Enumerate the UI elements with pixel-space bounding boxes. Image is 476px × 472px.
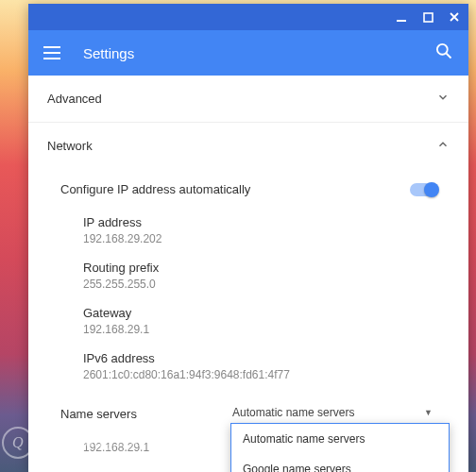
dropdown-option-automatic[interactable]: Automatic name servers [231, 424, 449, 454]
ipv6-label: IPv6 address [83, 351, 450, 365]
chevron-up-icon [436, 138, 450, 154]
ipv6-value: 2601:1c0:cd80:16a1:94f3:9648:fd61:4f77 [83, 368, 450, 381]
dropdown-option-google[interactable]: Google name servers [231, 454, 449, 472]
section-advanced-header[interactable]: Advanced [28, 76, 468, 122]
menu-icon[interactable] [43, 42, 66, 64]
section-network-header[interactable]: Network [28, 123, 468, 169]
search-icon[interactable] [434, 42, 453, 64]
name-servers-dropdown: Automatic name servers Google name serve… [230, 423, 450, 472]
window-titlebar [28, 4, 468, 30]
configure-ip-auto-label: Configure IP address automatically [60, 182, 250, 196]
routing-prefix-field: Routing prefix 255.255.255.0 [47, 255, 450, 300]
settings-window: Settings Advanced Network [28, 4, 468, 472]
name-servers-selected: Automatic name servers [232, 406, 354, 419]
svg-point-2 [437, 44, 448, 55]
dropdown-triangle-icon: ▼ [424, 408, 433, 417]
svg-rect-1 [424, 13, 433, 22]
minimize-button[interactable] [395, 10, 408, 24]
chevron-down-icon [436, 91, 450, 107]
configure-ip-auto-row: Configure IP address automatically [47, 173, 450, 210]
page-title: Settings [83, 45, 434, 61]
maximize-button[interactable] [421, 10, 434, 24]
section-network-label: Network [47, 139, 93, 153]
name-servers-label: Name servers [60, 407, 230, 421]
network-body: Configure IP address automatically IP ad… [28, 169, 468, 472]
ip-address-value: 192.168.29.202 [83, 232, 450, 245]
gateway-field: Gateway 192.168.29.1 [47, 300, 450, 346]
section-advanced: Advanced [28, 76, 468, 123]
gateway-value: 192.168.29.1 [83, 323, 450, 336]
routing-prefix-value: 255.255.255.0 [83, 278, 450, 291]
gateway-label: Gateway [83, 306, 450, 320]
app-header: Settings [28, 30, 468, 76]
svg-rect-0 [397, 20, 406, 22]
svg-line-3 [447, 54, 451, 59]
configure-ip-auto-toggle[interactable] [410, 183, 438, 196]
ip-address-label: IP address [83, 215, 450, 229]
ipv6-field: IPv6 address 2601:1c0:cd80:16a1:94f3:964… [47, 346, 450, 391]
routing-prefix-label: Routing prefix [83, 261, 450, 275]
section-advanced-label: Advanced [47, 92, 102, 106]
toggle-knob [424, 182, 439, 197]
settings-content: Advanced Network Configure IP address au… [28, 76, 468, 472]
section-network: Network Configure IP address automatical… [28, 123, 468, 472]
close-button[interactable] [448, 10, 461, 24]
ip-address-field: IP address 192.168.29.202 [47, 210, 450, 255]
name-servers-row: Name servers Automatic name servers ▼ Au… [47, 391, 450, 435]
